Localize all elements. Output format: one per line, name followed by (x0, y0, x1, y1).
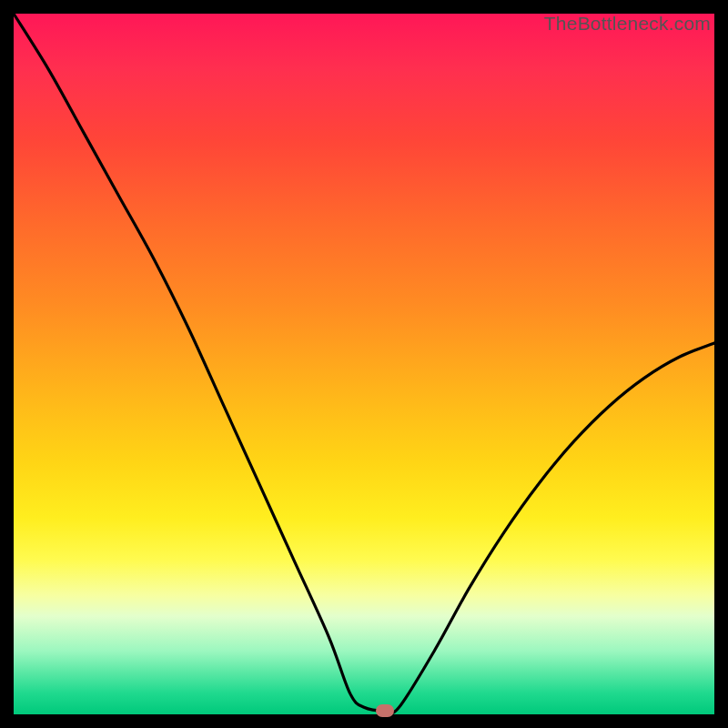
bottleneck-curve (14, 14, 714, 714)
optimal-point-marker (376, 704, 394, 717)
chart-frame: TheBottleneck.com (14, 14, 714, 714)
